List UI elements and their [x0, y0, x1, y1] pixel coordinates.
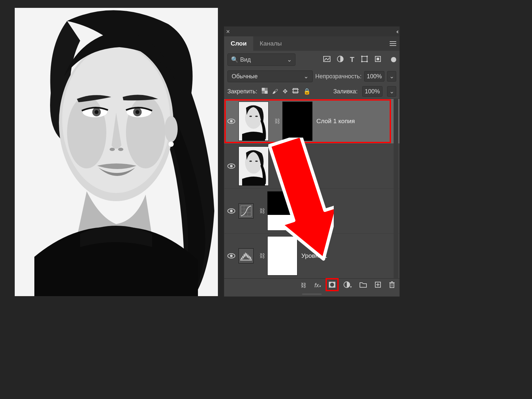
opacity-label: Непрозрачность: [315, 73, 362, 80]
levels-icon [240, 251, 252, 260]
document-canvas[interactable] [15, 8, 218, 296]
trash-icon[interactable] [389, 281, 395, 290]
layer-name[interactable]: ивые 2 [301, 207, 321, 215]
svg-point-4 [126, 96, 165, 168]
layer-row[interactable] [224, 144, 399, 189]
svg-rect-21 [361, 56, 363, 57]
portrait-image [15, 8, 218, 296]
filter-smart-icon[interactable] [375, 56, 381, 64]
tab-layers[interactable]: Слои [224, 36, 253, 51]
chevron-down-icon: ⌄ [287, 56, 292, 63]
opacity-value[interactable]: 100% [364, 71, 384, 82]
visibility-toggle[interactable] [224, 253, 239, 258]
svg-rect-26 [377, 58, 379, 60]
adjustment-thumbnail[interactable] [239, 203, 254, 218]
svg-point-34 [230, 120, 233, 123]
panel-resize-handle[interactable] [224, 292, 399, 296]
panel-tabs: Слои Каналы [224, 36, 399, 51]
svg-rect-61 [390, 283, 394, 288]
fill-value[interactable]: 100% [362, 86, 382, 97]
svg-point-13 [165, 116, 178, 142]
lock-row: Закрепить: 🖌 ✥ 🔒 Заливка: 100% ⌄ [224, 84, 399, 99]
layer-filter-row: 🔍 Вид ⌄ T [224, 51, 399, 68]
svg-rect-20 [362, 56, 367, 62]
new-layer-icon[interactable] [375, 281, 381, 290]
filter-shape-icon[interactable] [361, 55, 368, 64]
svg-point-56 [330, 283, 334, 287]
visibility-toggle[interactable] [224, 163, 239, 169]
layer-thumbnail[interactable] [239, 102, 269, 141]
fill-chevron[interactable]: ⌄ [387, 86, 396, 97]
group-icon[interactable] [360, 282, 367, 289]
svg-point-8 [95, 110, 98, 114]
svg-rect-24 [366, 61, 368, 62]
layers-scrollbar[interactable] [394, 99, 398, 278]
svg-point-40 [230, 165, 233, 167]
svg-rect-29 [265, 91, 268, 94]
fx-icon[interactable]: fx▾ [314, 282, 321, 289]
lock-transparency-icon[interactable] [262, 88, 268, 95]
layers-bottom-bar: ⛓ fx▾ ▾ [224, 278, 399, 292]
filter-adjust-icon[interactable] [337, 56, 344, 64]
svg-rect-28 [262, 88, 265, 91]
lock-position-icon[interactable]: ✥ [283, 88, 288, 95]
svg-point-53 [230, 255, 233, 257]
link-icon[interactable]: ⛓ [259, 253, 265, 259]
svg-point-14 [168, 142, 174, 147]
layers-panel: × ‹‹ Слои Каналы 🔍 Вид ⌄ T [224, 26, 400, 297]
svg-point-3 [67, 96, 106, 168]
panel-header: × ‹‹ [224, 27, 399, 36]
svg-point-10 [135, 110, 139, 114]
layer-mask-thumbnail[interactable] [282, 102, 312, 141]
opacity-chevron[interactable]: ⌄ [387, 71, 396, 82]
svg-point-46 [230, 210, 233, 212]
visibility-toggle[interactable] [224, 119, 239, 124]
add-mask-icon[interactable] [328, 281, 336, 290]
fill-label: Заливка: [333, 88, 358, 95]
layer-thumbnail[interactable] [239, 146, 269, 186]
link-layers-icon[interactable]: ⛓ [301, 282, 307, 289]
close-icon[interactable]: × [226, 28, 230, 35]
search-icon: 🔍 [231, 56, 238, 63]
adjustment-thumbnail[interactable] [239, 248, 254, 263]
visibility-toggle[interactable] [224, 208, 239, 214]
layer-row[interactable]: ⛓ Уровни 1 [224, 234, 399, 278]
adjustment-layer-icon[interactable]: ▾ [344, 281, 352, 290]
curves-icon [240, 205, 252, 217]
filter-type-icon[interactable]: T [350, 55, 354, 64]
layers-list: ⛓ Слой 1 копия ⛓ ивые 2 [224, 99, 399, 278]
layer-mask-thumbnail[interactable] [267, 236, 297, 276]
link-icon[interactable]: ⛓ [275, 118, 280, 125]
svg-point-43 [249, 161, 252, 162]
svg-point-12 [118, 148, 123, 151]
svg-point-44 [255, 161, 258, 162]
lock-label: Закрепить: [227, 88, 257, 95]
collapse-icon[interactable]: ‹‹ [396, 28, 398, 35]
layer-filter-select[interactable]: 🔍 Вид ⌄ [227, 53, 295, 66]
svg-point-11 [110, 148, 115, 151]
chevron-down-icon: ⌄ [304, 73, 309, 80]
svg-rect-23 [361, 61, 363, 62]
tab-channels[interactable]: Каналы [253, 36, 288, 51]
lock-brush-icon[interactable]: 🖌 [272, 88, 278, 95]
layer-row[interactable]: ⛓ ивые 2 [224, 189, 399, 234]
blend-mode-select[interactable]: Обычные ⌄ [227, 70, 313, 82]
link-icon[interactable]: ⛓ [259, 208, 265, 215]
lock-all-icon[interactable]: 🔒 [303, 88, 310, 95]
filter-toggle[interactable] [391, 57, 396, 62]
layer-row[interactable]: ⛓ Слой 1 копия [224, 99, 399, 144]
blend-mode-value: Обычные [232, 73, 258, 80]
svg-point-38 [255, 116, 258, 117]
layer-name[interactable]: Уровни 1 [301, 252, 327, 259]
panel-menu-icon[interactable] [390, 36, 396, 51]
lock-artboard-icon[interactable] [292, 88, 299, 95]
svg-point-37 [249, 116, 252, 117]
svg-rect-22 [366, 56, 368, 57]
filter-label: Вид [240, 56, 251, 63]
layer-name[interactable]: Слой 1 копия [316, 118, 355, 125]
layer-mask-thumbnail[interactable] [267, 191, 297, 231]
filter-pixel-icon[interactable] [323, 56, 330, 64]
blend-mode-row: Обычные ⌄ Непрозрачность: 100% ⌄ [224, 68, 399, 84]
